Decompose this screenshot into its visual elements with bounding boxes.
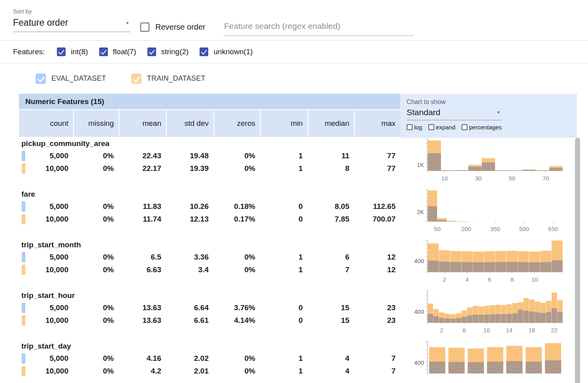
eval-stats-row: 5,0000%6.53.360%1612: [19, 251, 400, 264]
feature-name: pickup_community_area: [19, 138, 400, 150]
stat-median: 15: [307, 301, 354, 314]
stat-median: 6: [307, 251, 354, 264]
chart-to-show-label: Chart to show: [407, 99, 577, 106]
feature-block-trip_start_month: trip_start_month5,0000%6.53.360%161210,0…: [19, 238, 400, 289]
vertical-scrollbar[interactable]: [575, 138, 580, 383]
feature-block-pickup_community_area: pickup_community_area5,0000%22.4319.480%…: [19, 137, 400, 188]
expand-checkbox[interactable]: [428, 124, 434, 130]
features-label: Features:: [13, 47, 45, 56]
percentages-checkbox[interactable]: [462, 124, 467, 130]
svg-text:18: 18: [528, 327, 535, 334]
stat-max: 23: [354, 301, 400, 314]
filter-checkbox[interactable]: [57, 47, 66, 56]
svg-text:10: 10: [441, 175, 448, 182]
table-title: Numeric Features (15): [19, 94, 400, 110]
stat-count: 10,000: [19, 264, 73, 276]
histogram-svg: 400246810: [400, 239, 577, 290]
stat-min: 0: [260, 200, 307, 213]
train-color-swatch: [22, 315, 25, 326]
filter-checkbox[interactable]: [200, 47, 208, 56]
eval-color-swatch: [22, 353, 25, 364]
stat-missing: 0%: [73, 251, 119, 264]
stat-zeros: 0%: [213, 264, 260, 276]
feature-name: trip_start_hour: [19, 290, 400, 301]
reverse-order-label: Reverse order: [155, 23, 205, 32]
stat-zeros: 3.76%: [213, 301, 260, 314]
sort-by-value: Feature order: [13, 17, 68, 28]
reverse-order-checkbox[interactable]: [140, 23, 149, 32]
eval-stats-row: 5,0000%13.636.643.76%01523: [19, 301, 400, 314]
svg-text:350: 350: [490, 226, 500, 232]
stat-missing: 0%: [73, 213, 119, 226]
filter-checkbox[interactable]: [99, 47, 108, 56]
histogram-svg: 4002610141822: [400, 290, 577, 340]
stat-mean: 22.17: [119, 162, 166, 175]
stat-count: 5,000: [19, 301, 73, 314]
train-color-swatch: [22, 265, 25, 275]
stat-median: 4: [307, 365, 354, 377]
stat-median: 11: [307, 150, 354, 162]
column-header-missing: missing: [73, 110, 119, 137]
stat-zeros: 0%: [213, 365, 260, 377]
chart-type-value: Standard: [407, 108, 440, 117]
chart-column: Chart to show Standard ▼ logexpandpercen…: [400, 94, 577, 383]
feature-rows: pickup_community_area5,0000%22.4319.480%…: [19, 137, 400, 383]
stat-max: 23: [354, 314, 400, 327]
stat-zeros: 4.14%: [213, 314, 260, 327]
filter-label: int(8): [71, 47, 88, 56]
stat-min: 0: [260, 213, 307, 226]
stat-zeros: 0.18%: [213, 200, 260, 213]
column-header-min: min: [260, 110, 307, 137]
stat-min: 1: [260, 365, 307, 377]
stat-zeros: 0%: [213, 352, 260, 365]
toggle-label: percentages: [469, 124, 502, 131]
feature-block-fare: fare5,0000%11.8310.260.18%08.05112.6510,…: [19, 188, 400, 238]
stat-mean: 13.63: [119, 301, 166, 314]
svg-text:8: 8: [511, 276, 514, 283]
stat-mean: 6.63: [119, 264, 166, 276]
toggle-label: expand: [436, 124, 455, 131]
dataset-checkbox[interactable]: [131, 74, 141, 84]
dataset-checkbox[interactable]: [36, 74, 46, 84]
train-color-swatch: [22, 366, 25, 376]
sort-by-label: Sort by: [13, 8, 130, 15]
stat-count: 10,000: [19, 314, 73, 327]
stat-std-dev: 10.26: [166, 200, 213, 213]
eval-stats-row: 5,0000%22.4319.480%11177: [19, 150, 400, 162]
stat-max: 700.07: [354, 213, 400, 226]
stat-zeros: 0.17%: [213, 213, 260, 226]
histogram-list: 1K103050702K5020035050065040024681040026…: [400, 138, 577, 383]
eval-color-swatch: [22, 303, 25, 313]
histogram-svg: 2K50200350500650: [400, 188, 577, 239]
chart-type-dropdown[interactable]: Standard ▼: [407, 106, 501, 120]
log-checkbox[interactable]: [407, 124, 413, 130]
histogram-trip_start_day: 400: [400, 340, 577, 383]
feature-type-filter-float: float(7): [99, 47, 136, 56]
stat-max: 12: [354, 251, 400, 264]
feature-search-input[interactable]: [223, 21, 414, 36]
stat-std-dev: 3.36: [166, 251, 213, 264]
svg-text:4: 4: [466, 276, 469, 283]
svg-text:500: 500: [519, 226, 529, 232]
feature-name: trip_start_day: [19, 340, 400, 352]
stat-max: 7: [354, 365, 400, 377]
svg-text:400: 400: [414, 258, 424, 264]
svg-text:50: 50: [434, 226, 441, 232]
svg-text:10: 10: [531, 276, 538, 283]
filter-label: string(2): [161, 47, 189, 56]
dataset-toggle-eval_dataset: EVAL_DATASET: [36, 74, 106, 84]
stat-mean: 11.74: [119, 213, 166, 226]
stat-missing: 0%: [73, 365, 119, 377]
eval-color-swatch: [22, 201, 25, 212]
filter-checkbox[interactable]: [147, 47, 156, 56]
dropdown-arrow-icon: ▼: [125, 21, 130, 25]
sort-by-dropdown[interactable]: Feature order ▼: [13, 15, 130, 32]
reverse-order-control: Reverse order: [140, 23, 205, 32]
stat-std-dev: 19.39: [166, 162, 213, 175]
feature-type-filter-string: string(2): [147, 47, 189, 56]
train-stats-row: 10,0000%13.636.614.14%01523: [19, 314, 400, 327]
histogram-trip_start_month: 400246810: [400, 239, 577, 290]
stat-median: 7: [307, 264, 354, 276]
filter-label: float(7): [113, 47, 136, 56]
stat-zeros: 0%: [213, 162, 260, 175]
